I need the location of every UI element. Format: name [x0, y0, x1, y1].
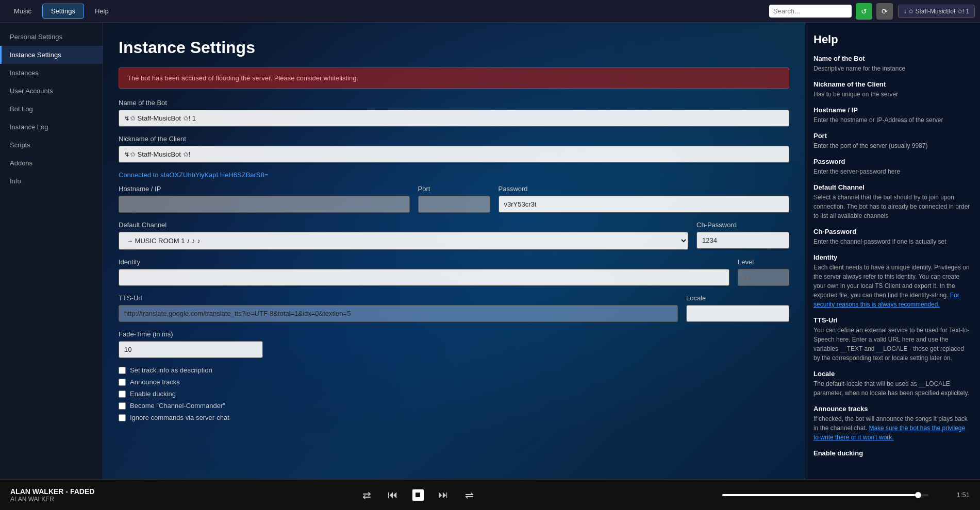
nickname-input[interactable] [119, 146, 789, 163]
announce-tracks-link[interactable]: Make sure the bot has the privilege to w… [813, 424, 965, 441]
sidebar-item-addons[interactable]: Addons [0, 154, 103, 172]
help-item-announce-tracks-title: Announce tracks [813, 405, 972, 413]
hostname-input[interactable] [119, 196, 410, 213]
help-item-tts-url: TTS-Url You can define an external servi… [813, 316, 972, 363]
fade-time-input[interactable] [119, 341, 263, 358]
progress-knob[interactable] [915, 492, 921, 498]
sidebar-item-instance-log[interactable]: Instance Log [0, 118, 103, 136]
sidebar-item-info[interactable]: Info [0, 172, 103, 190]
password-col: Password [499, 185, 790, 213]
help-item-nickname-desc: Has to be unique on the server [813, 90, 972, 99]
page-title: Instance Settings [119, 38, 789, 57]
default-channel-select[interactable]: → MUSIC ROOM 1 ♪ ♪ ♪ [119, 232, 688, 250]
locale-input[interactable] [686, 305, 789, 322]
refresh-button[interactable]: ↺ [856, 3, 872, 20]
identity-label: Identity [119, 258, 729, 266]
nav-tab-settings[interactable]: Settings [42, 4, 84, 19]
form-section-connection: Hostname / IP Port Password [119, 185, 789, 213]
help-item-password: Password Enter the server-password here [813, 158, 972, 176]
ch-password-input[interactable] [696, 232, 789, 249]
repeat-button[interactable]: ⇄ [360, 487, 373, 503]
settings-button[interactable]: ⟳ [876, 3, 893, 20]
help-item-name-of-bot-desc: Descriptive name for the instance [813, 64, 972, 73]
help-item-hostname-title: Hostname / IP [813, 106, 972, 114]
sidebar-item-personal-settings[interactable]: Personal Settings [0, 28, 103, 46]
port-input[interactable] [418, 196, 490, 213]
nav-tab-help[interactable]: Help [86, 4, 118, 19]
checkbox-set-track-info: Set track info as description [119, 366, 789, 374]
user-badge[interactable]: ↓ ✩ Staff-MusicBot ✩! 1 [898, 5, 975, 18]
help-item-nickname: Nickname of the Client Has to be unique … [813, 80, 972, 99]
bot-name-input[interactable] [119, 110, 789, 127]
level-col: Level [738, 258, 789, 286]
help-item-identity-title: Identity [813, 253, 972, 261]
help-item-identity-desc: Each client needs to have a unique ident… [813, 263, 972, 309]
ch-password-label: Ch-Password [696, 221, 789, 229]
help-item-tts-url-desc: You can define an external service to be… [813, 326, 972, 363]
level-input[interactable] [738, 269, 789, 286]
sidebar-item-bot-log[interactable]: Bot Log [0, 100, 103, 118]
help-panel: Help Name of the Bot Descriptive name fo… [805, 23, 980, 479]
form-section-fade-time: Fade-Time (in ms) [119, 330, 263, 358]
stop-button[interactable]: ■ [412, 489, 424, 501]
form-section-tts: TTS-Url Locale [119, 294, 789, 322]
enable-ducking-checkbox[interactable] [119, 390, 126, 398]
help-item-locale-title: Locale [813, 370, 972, 378]
announce-tracks-label: Announce tracks [130, 378, 180, 386]
help-item-announce-tracks: Announce tracks If checked, the bot will… [813, 405, 972, 442]
help-item-port-desc: Enter the port of the server (usually 99… [813, 141, 972, 150]
progress-bar[interactable] [722, 494, 928, 496]
help-item-hostname-desc: Enter the hostname or IP-Address of the … [813, 115, 972, 125]
help-item-port-title: Port [813, 132, 972, 140]
sidebar-item-instances[interactable]: Instances [0, 64, 103, 82]
tts-label: TTS-Url [119, 294, 678, 302]
nav-tab-music[interactable]: Music [5, 4, 40, 19]
top-nav: Music Settings Help ↺ ⟳ ↓ ✩ Staff-MusicB… [0, 0, 980, 23]
locale-col: Locale [686, 294, 789, 322]
help-title: Help [813, 33, 972, 46]
help-item-enable-ducking-title: Enable ducking [813, 449, 972, 457]
help-item-port: Port Enter the port of the server (usual… [813, 132, 972, 150]
player-track-artist: ALAN WALKER [10, 496, 113, 503]
help-item-password-desc: Enter the server-password here [813, 167, 972, 176]
form-section-nickname: Nickname of the Client [119, 135, 789, 163]
connected-text: Connected to sIaOXZUhhYiyKapLHeH6SZBarS8… [119, 171, 789, 179]
identity-link[interactable]: For security reasons this is always reco… [813, 292, 959, 308]
sidebar: Personal Settings Instance Settings Inst… [0, 23, 103, 479]
password-label: Password [499, 185, 790, 193]
help-item-tts-url-title: TTS-Url [813, 316, 972, 324]
nickname-label: Nickname of the Client [119, 135, 789, 143]
prev-button[interactable]: ⏮ [386, 487, 400, 503]
enable-ducking-label: Enable ducking [130, 390, 176, 398]
tts-url-input[interactable] [119, 305, 678, 322]
help-item-default-channel: Default Channel Select a channel that th… [813, 183, 972, 220]
shuffle-button[interactable]: ⇌ [463, 487, 476, 503]
ignore-commands-checkbox[interactable] [119, 414, 126, 421]
help-item-password-title: Password [813, 158, 972, 165]
content-inner: Instance Settings The bot has been accus… [103, 23, 805, 441]
become-commander-checkbox[interactable] [119, 402, 126, 410]
identity-input[interactable] [119, 269, 729, 286]
help-item-ch-password-desc: Enter the channel-password if one is act… [813, 237, 972, 246]
help-item-default-channel-title: Default Channel [813, 183, 972, 191]
help-item-locale: Locale The default-locale that will be u… [813, 370, 972, 398]
checkbox-ignore-commands: Ignore commands via server-chat [119, 414, 789, 421]
set-track-info-label: Set track info as description [130, 366, 212, 374]
announce-tracks-checkbox[interactable] [119, 379, 126, 386]
port-col: Port [418, 185, 490, 213]
help-item-ch-password: Ch-Password Enter the channel-password i… [813, 228, 972, 246]
search-input[interactable] [769, 5, 852, 18]
checkbox-group: Set track info as description Announce t… [119, 366, 789, 421]
sidebar-item-scripts[interactable]: Scripts [0, 136, 103, 154]
default-channel-col: Default Channel → MUSIC ROOM 1 ♪ ♪ ♪ [119, 221, 688, 250]
form-section-identity: Identity Level [119, 258, 789, 286]
help-item-announce-tracks-desc: If checked, the bot will announce the so… [813, 414, 972, 442]
content-area: Instance Settings The bot has been accus… [103, 23, 805, 479]
password-input[interactable] [499, 196, 790, 213]
help-item-nickname-title: Nickname of the Client [813, 80, 972, 88]
sidebar-item-instance-settings[interactable]: Instance Settings [0, 46, 103, 64]
sidebar-item-user-accounts[interactable]: User Accounts [0, 82, 103, 100]
hostname-label: Hostname / IP [119, 185, 410, 193]
next-button[interactable]: ⏭ [436, 487, 451, 503]
set-track-info-checkbox[interactable] [119, 367, 126, 374]
